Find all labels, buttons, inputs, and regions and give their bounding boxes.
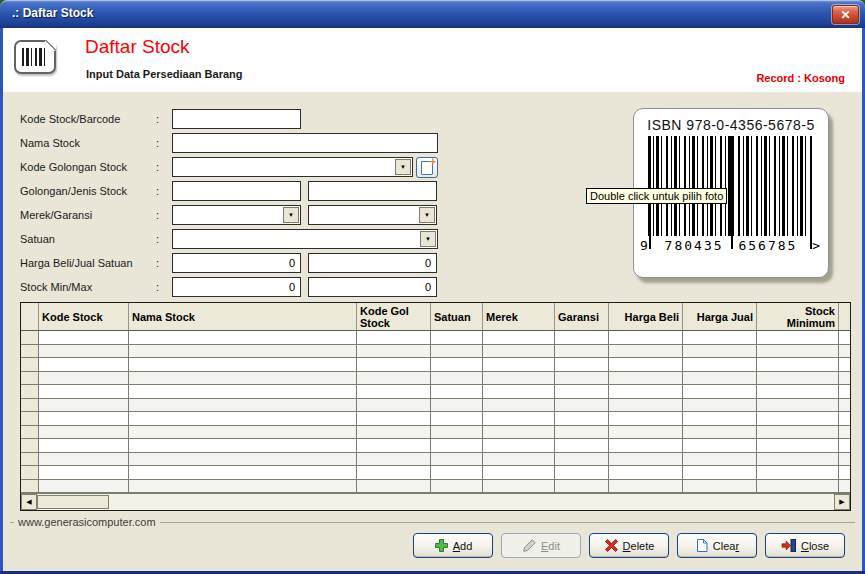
grid-cell[interactable] xyxy=(431,426,483,440)
grid-cell[interactable] xyxy=(683,480,757,494)
row-selector-cell[interactable] xyxy=(21,331,39,345)
grid-cell[interactable] xyxy=(683,439,757,453)
row-selector-cell[interactable] xyxy=(21,426,39,440)
grid-cell[interactable] xyxy=(129,453,357,467)
scroll-right-button[interactable]: ▶ xyxy=(834,494,850,510)
table-row[interactable] xyxy=(21,426,850,440)
grid-cell[interactable] xyxy=(839,399,850,413)
grid-cell[interactable] xyxy=(757,345,839,359)
grid-cell[interactable] xyxy=(483,480,555,494)
grid-cell[interactable] xyxy=(609,385,683,399)
grid-cell[interactable] xyxy=(839,480,850,494)
grid-cell[interactable] xyxy=(431,358,483,372)
grid-cell[interactable] xyxy=(683,372,757,386)
chevron-down-icon[interactable]: ▼ xyxy=(419,207,435,223)
grid-cell[interactable] xyxy=(609,412,683,426)
grid-cell[interactable] xyxy=(357,358,431,372)
grid-cell[interactable] xyxy=(555,466,609,480)
titlebar[interactable]: .: Daftar Stock ✕ xyxy=(0,0,865,28)
grid-cell[interactable] xyxy=(483,385,555,399)
close-button[interactable]: ✕ xyxy=(832,5,859,24)
grid-cell[interactable] xyxy=(483,358,555,372)
grid-cell[interactable] xyxy=(839,331,850,345)
grid-cell[interactable] xyxy=(757,412,839,426)
harga-jual-input[interactable] xyxy=(308,253,437,273)
grid-cell[interactable] xyxy=(39,466,129,480)
garansi-select[interactable]: ▼ xyxy=(308,205,437,225)
clear-button[interactable]: Clear xyxy=(677,533,757,558)
grid-cell[interactable] xyxy=(431,439,483,453)
kode-stock-input[interactable] xyxy=(172,109,301,129)
row-selector-cell[interactable] xyxy=(21,439,39,453)
add-golongan-button[interactable]: + xyxy=(416,157,438,178)
chevron-down-icon[interactable]: ▼ xyxy=(420,231,436,247)
grid-cell[interactable] xyxy=(483,372,555,386)
grid-cell[interactable] xyxy=(839,345,850,359)
grid-cell[interactable] xyxy=(757,331,839,345)
table-row[interactable] xyxy=(21,439,850,453)
grid-cell[interactable] xyxy=(839,439,850,453)
kode-golongan-select[interactable]: ▼ xyxy=(172,157,413,177)
grid-cell[interactable] xyxy=(483,331,555,345)
grid-cell[interactable] xyxy=(431,385,483,399)
grid-cell[interactable] xyxy=(839,412,850,426)
grid-cell[interactable] xyxy=(431,412,483,426)
grid-cell[interactable] xyxy=(555,372,609,386)
grid-cell[interactable] xyxy=(757,358,839,372)
grid-cell[interactable] xyxy=(129,331,357,345)
grid-cell[interactable] xyxy=(757,372,839,386)
grid-cell[interactable] xyxy=(357,466,431,480)
grid-cell[interactable] xyxy=(555,412,609,426)
grid-cell[interactable] xyxy=(39,453,129,467)
grid-cell[interactable] xyxy=(757,466,839,480)
chevron-down-icon[interactable]: ▼ xyxy=(395,159,411,175)
grid-cell[interactable] xyxy=(357,399,431,413)
stock-min-input[interactable] xyxy=(172,277,301,297)
grid-cell[interactable] xyxy=(357,385,431,399)
grid-cell[interactable] xyxy=(39,480,129,494)
grid-cell[interactable] xyxy=(357,480,431,494)
grid-cell[interactable] xyxy=(609,439,683,453)
grid-cell[interactable] xyxy=(431,453,483,467)
merek-select[interactable]: ▼ xyxy=(172,205,301,225)
grid-cell[interactable] xyxy=(609,466,683,480)
grid-cell[interactable] xyxy=(839,372,850,386)
grid-cell[interactable] xyxy=(357,426,431,440)
satuan-select[interactable]: ▼ xyxy=(172,229,438,249)
jenis-stock-input[interactable] xyxy=(308,181,437,201)
grid-cell[interactable] xyxy=(683,331,757,345)
grid-cell[interactable] xyxy=(39,399,129,413)
grid-cell[interactable] xyxy=(555,439,609,453)
grid-cell[interactable] xyxy=(357,345,431,359)
grid-cell[interactable] xyxy=(555,345,609,359)
row-selector-cell[interactable] xyxy=(21,358,39,372)
grid-cell[interactable] xyxy=(431,345,483,359)
grid-cell[interactable] xyxy=(39,412,129,426)
grid-cell[interactable] xyxy=(683,345,757,359)
grid-cell[interactable] xyxy=(683,453,757,467)
table-row[interactable] xyxy=(21,372,850,386)
grid-cell[interactable] xyxy=(609,345,683,359)
grid-cell[interactable] xyxy=(609,453,683,467)
row-selector-cell[interactable] xyxy=(21,385,39,399)
grid-cell[interactable] xyxy=(129,345,357,359)
grid-cell[interactable] xyxy=(483,453,555,467)
grid-cell[interactable] xyxy=(39,358,129,372)
grid-cell[interactable] xyxy=(683,358,757,372)
grid-cell[interactable] xyxy=(357,453,431,467)
stock-max-input[interactable] xyxy=(308,277,437,297)
table-row[interactable] xyxy=(21,480,850,494)
grid-cell[interactable] xyxy=(483,426,555,440)
row-selector-cell[interactable] xyxy=(21,412,39,426)
grid-cell[interactable] xyxy=(839,453,850,467)
grid-cell[interactable] xyxy=(839,426,850,440)
chevron-down-icon[interactable]: ▼ xyxy=(283,207,299,223)
grid-cell[interactable] xyxy=(683,426,757,440)
grid-cell[interactable] xyxy=(839,385,850,399)
grid-cell[interactable] xyxy=(483,439,555,453)
scrollbar-thumb[interactable] xyxy=(37,495,109,509)
grid-cell[interactable] xyxy=(357,372,431,386)
grid-cell[interactable] xyxy=(431,399,483,413)
delete-button[interactable]: Delete xyxy=(589,533,669,558)
grid-cell[interactable] xyxy=(757,385,839,399)
